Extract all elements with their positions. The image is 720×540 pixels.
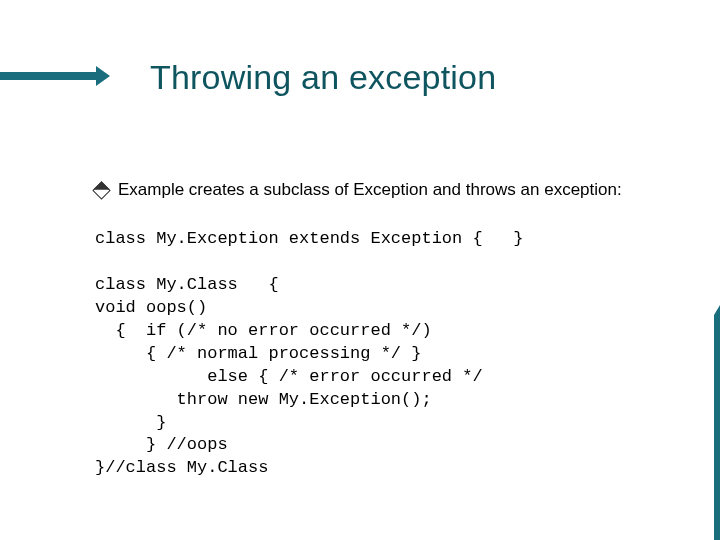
code-line: } (95, 413, 166, 432)
slide-body: Example creates a subclass of Exception … (95, 180, 655, 480)
diamond-bullet-icon (92, 181, 110, 199)
slide-title: Throwing an exception (150, 58, 496, 97)
code-line: } //oops (95, 435, 228, 454)
slide: Throwing an exception Example creates a … (0, 0, 720, 540)
code-line: class My.Class { (95, 275, 279, 294)
accent-arrow-icon (96, 66, 110, 86)
code-line: { if (/* no error occurred */) (95, 321, 432, 340)
code-line: { /* normal processing */ } (95, 344, 421, 363)
code-line: void oops() (95, 298, 207, 317)
title-accent (0, 57, 115, 95)
side-accent-line (714, 315, 720, 540)
side-accent-tip-icon (714, 305, 720, 315)
code-line: }//class My.Class (95, 458, 268, 477)
bullet-text: Example creates a subclass of Exception … (118, 180, 622, 200)
code-block: class My.Exception extends Exception { }… (95, 228, 655, 480)
code-line: else { /* error occurred */ (95, 367, 483, 386)
code-line: class My.Exception extends Exception { } (95, 229, 523, 248)
accent-bar (0, 72, 100, 80)
code-line: throw new My.Exception(); (95, 390, 432, 409)
bullet-item: Example creates a subclass of Exception … (95, 180, 655, 200)
